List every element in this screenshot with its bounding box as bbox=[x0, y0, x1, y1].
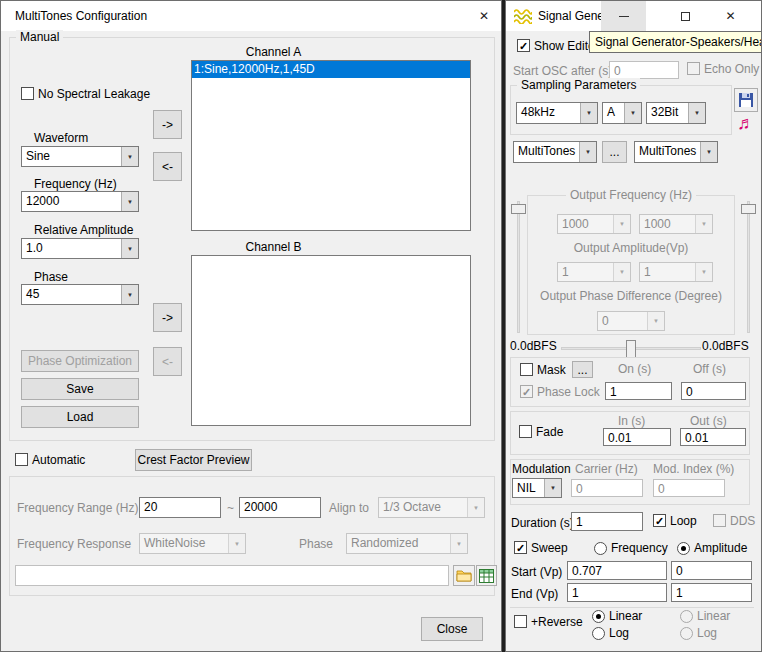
sweep-amplitude-radio[interactable]: Amplitude bbox=[677, 541, 747, 555]
wave-b-select[interactable]: MultiTones ▼ bbox=[634, 141, 718, 163]
left-volume-slider-thumb[interactable] bbox=[511, 204, 526, 214]
chevron-down-icon: ▼ bbox=[467, 498, 484, 517]
table-grid-icon bbox=[479, 569, 494, 583]
remove-from-channel-a-button[interactable]: <- bbox=[153, 152, 182, 181]
chevron-down-icon[interactable]: ▼ bbox=[580, 103, 597, 123]
list-item[interactable]: 1:Sine,12000Hz,1,45D bbox=[192, 61, 470, 78]
add-to-channel-b-button[interactable]: -> bbox=[153, 303, 182, 332]
radio-circle bbox=[680, 610, 693, 623]
relative-amplitude-select[interactable]: 1.0 ▼ bbox=[21, 238, 139, 259]
sampling-channel-select[interactable]: A ▼ bbox=[602, 102, 642, 124]
right-volume-slider[interactable] bbox=[747, 201, 750, 333]
amp-a-select: 1 ▼ bbox=[557, 262, 631, 282]
multitones-titlebar[interactable]: MultiTones Configuration bbox=[1, 1, 501, 31]
checkbox-box bbox=[21, 87, 34, 100]
chevron-down-icon[interactable]: ▼ bbox=[121, 192, 138, 211]
chevron-down-icon[interactable]: ▼ bbox=[121, 285, 138, 304]
channel-a-listbox[interactable]: 1:Sine,12000Hz,1,45D bbox=[191, 60, 471, 231]
remove-from-channel-b-button: <- bbox=[153, 347, 182, 376]
checkbox-box bbox=[514, 615, 527, 628]
sweep-linear-b-radio: Linear bbox=[680, 609, 730, 623]
check-icon: ✓ bbox=[516, 543, 525, 553]
modulation-select[interactable]: NIL ▼ bbox=[512, 478, 562, 498]
configure-multitones-button[interactable]: ... bbox=[602, 141, 627, 163]
sweep-log-b-label: Log bbox=[697, 626, 717, 640]
show-editor-checkbox[interactable]: ✓ Show Edito bbox=[517, 39, 595, 53]
modulation-label: Modulation bbox=[512, 462, 571, 476]
fade-out-label: Out (s) bbox=[690, 414, 727, 428]
mask-off-field[interactable]: 0 bbox=[681, 382, 746, 400]
sweep-log-label: Log bbox=[609, 626, 629, 640]
right-volume-slider-thumb[interactable] bbox=[741, 204, 756, 214]
start-vp-b-field[interactable]: 0 bbox=[671, 561, 752, 580]
end-vp-b-field[interactable]: 1 bbox=[671, 583, 752, 602]
output-amplitude-label: Output Amplitude(Vp) bbox=[527, 241, 735, 255]
sweep-log-radio[interactable]: Log bbox=[592, 626, 629, 640]
phase-select[interactable]: 45 ▼ bbox=[21, 284, 139, 305]
mod-index-field: 0 bbox=[653, 479, 725, 497]
automatic-checkbox[interactable]: Automatic bbox=[15, 453, 85, 467]
dds-label: DDS bbox=[730, 514, 755, 528]
wave-a-select[interactable]: MultiTones ▼ bbox=[513, 141, 597, 163]
chevron-down-icon[interactable]: ▼ bbox=[624, 103, 641, 123]
minimize-button[interactable] bbox=[601, 1, 646, 31]
sampling-parameters-label: Sampling Parameters bbox=[517, 78, 640, 92]
frequency-range-min-field[interactable]: 20 bbox=[139, 497, 221, 518]
end-vp-a-field[interactable]: 1 bbox=[567, 583, 667, 602]
open-file-button[interactable] bbox=[453, 565, 475, 586]
sampling-channel-value: A bbox=[603, 103, 624, 123]
sampling-bits-select[interactable]: 32Bit ▼ bbox=[646, 102, 706, 124]
duration-label: Duration (s) bbox=[511, 516, 574, 530]
reverse-checkbox[interactable]: +Reverse bbox=[514, 615, 583, 629]
chevron-down-icon[interactable]: ▼ bbox=[121, 239, 138, 258]
sweep-frequency-radio[interactable]: Frequency bbox=[594, 541, 668, 555]
close-dialog-button[interactable]: Close bbox=[421, 617, 483, 641]
align-to-label: Align to bbox=[329, 501, 369, 515]
no-spectral-leakage-checkbox[interactable]: No Spectral Leakage bbox=[21, 87, 150, 101]
fade-out-field[interactable]: 0.01 bbox=[680, 428, 746, 446]
chevron-down-icon[interactable]: ▼ bbox=[579, 142, 596, 162]
close-icon: ✕ bbox=[725, 9, 735, 23]
music-note-icon[interactable]: ♬ bbox=[737, 113, 755, 134]
maximize-button[interactable] bbox=[663, 1, 707, 31]
waveform-select[interactable]: Sine ▼ bbox=[21, 146, 139, 167]
spreadsheet-button[interactable] bbox=[476, 565, 497, 586]
load-button[interactable]: Load bbox=[21, 406, 139, 428]
chevron-down-icon[interactable]: ▼ bbox=[700, 142, 717, 162]
left-volume-slider[interactable] bbox=[517, 201, 520, 333]
frequency-label: Frequency (Hz) bbox=[34, 177, 117, 191]
show-editor-label: Show Edito bbox=[534, 39, 595, 53]
fade-checkbox[interactable]: Fade bbox=[519, 425, 563, 439]
start-vp-a-field[interactable]: 0.707 bbox=[567, 561, 667, 580]
chevron-down-icon[interactable]: ▼ bbox=[121, 147, 138, 166]
phase-diff-select: 0 ▼ bbox=[597, 311, 665, 331]
channel-b-listbox[interactable] bbox=[191, 255, 471, 426]
save-button[interactable]: Save bbox=[21, 378, 139, 400]
balance-slider-thumb[interactable] bbox=[626, 340, 636, 358]
mask-checkbox[interactable]: Mask bbox=[520, 363, 566, 377]
frequency-select[interactable]: 12000 ▼ bbox=[21, 191, 139, 212]
frequency-response-label: Frequency Response bbox=[17, 537, 131, 551]
crest-factor-preview-button[interactable]: Crest Factor Preview bbox=[135, 449, 252, 471]
chevron-down-icon[interactable]: ▼ bbox=[688, 103, 705, 123]
fade-in-field[interactable]: 0.01 bbox=[603, 428, 671, 446]
mask-settings-button[interactable]: ... bbox=[572, 361, 593, 378]
phase-diff-value: 0 bbox=[598, 312, 647, 330]
duration-field[interactable]: 1 bbox=[571, 512, 643, 531]
save-signal-button[interactable] bbox=[734, 88, 758, 112]
sampling-rate-select[interactable]: 48kHz ▼ bbox=[516, 102, 598, 124]
loop-checkbox[interactable]: ✓ Loop bbox=[653, 514, 697, 528]
mask-on-field[interactable]: 1 bbox=[605, 382, 672, 400]
tooltip: Signal Generator-Speakers/Hea bbox=[589, 31, 762, 53]
frequency-range-max-field[interactable]: 20000 bbox=[239, 497, 321, 518]
chevron-down-icon[interactable]: ▼ bbox=[544, 479, 561, 497]
sweep-checkbox[interactable]: ✓ Sweep bbox=[514, 541, 568, 555]
check-icon: ✓ bbox=[519, 41, 528, 51]
app-icon bbox=[514, 9, 532, 27]
range-separator: ~ bbox=[227, 501, 234, 515]
waveform-label: Waveform bbox=[34, 131, 88, 145]
close-button[interactable]: ✕ bbox=[708, 1, 753, 31]
add-to-channel-a-button[interactable]: -> bbox=[153, 110, 182, 139]
close-button[interactable]: ✕ bbox=[467, 1, 501, 31]
sweep-linear-radio[interactable]: Linear bbox=[592, 609, 642, 623]
